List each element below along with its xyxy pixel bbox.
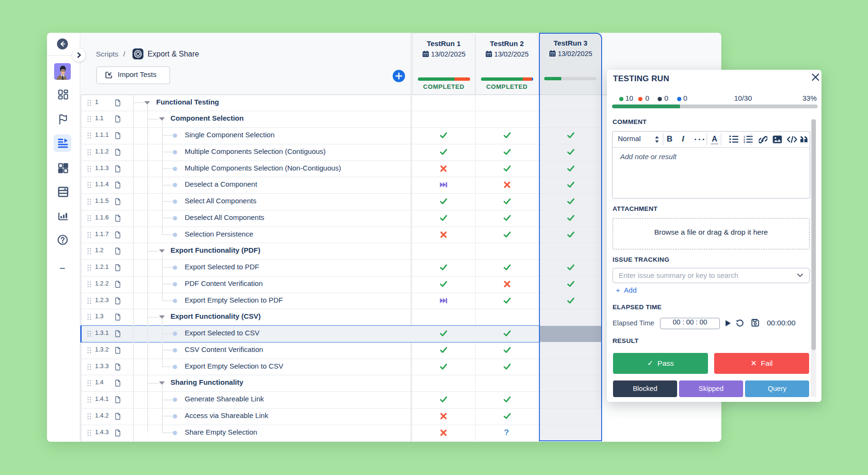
svg-text:3: 3 bbox=[744, 141, 745, 143]
